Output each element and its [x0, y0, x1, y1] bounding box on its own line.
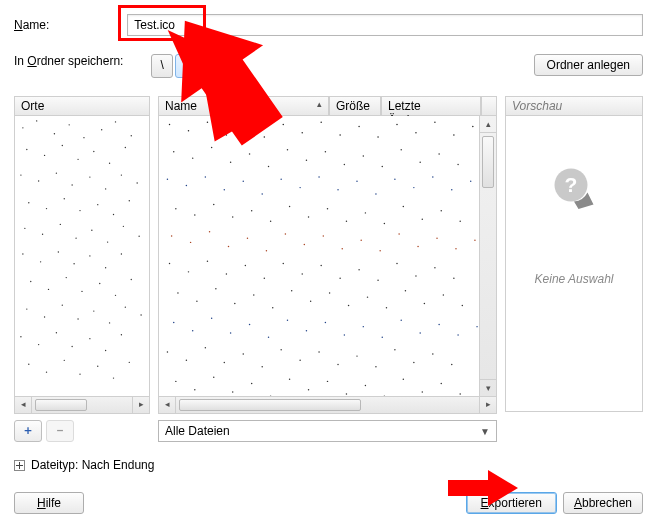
svg-point-168 — [339, 277, 340, 278]
svg-point-84 — [320, 122, 321, 123]
svg-point-158 — [474, 240, 475, 241]
path-segment-root[interactable]: \ — [151, 54, 172, 78]
svg-point-200 — [344, 334, 345, 335]
files-list[interactable]: ▴ ▾ — [158, 116, 497, 397]
svg-point-29 — [113, 214, 114, 215]
svg-point-47 — [48, 289, 49, 290]
file-filter-select[interactable]: Alle Dateien ▼ — [158, 420, 497, 442]
column-header-modified[interactable]: Letzte Änderung — [381, 96, 481, 116]
svg-point-220 — [394, 349, 395, 350]
svg-point-122 — [413, 187, 414, 188]
column-header-size[interactable]: Größe — [329, 96, 381, 116]
svg-point-169 — [358, 269, 359, 270]
svg-point-140 — [441, 210, 442, 211]
cancel-button[interactable]: Abbrechen — [563, 492, 643, 514]
preview-panel: Vorschau ? Keine Auswahl — [505, 96, 643, 442]
svg-point-111 — [205, 176, 206, 177]
svg-point-221 — [413, 362, 414, 363]
svg-point-21 — [105, 188, 106, 189]
path-segment-folder[interactable]: GIGA — [175, 54, 224, 78]
svg-point-152 — [360, 240, 361, 241]
svg-point-149 — [304, 244, 305, 245]
svg-point-120 — [375, 193, 376, 194]
svg-point-46 — [30, 281, 31, 282]
scroll-up-icon: ▴ — [480, 116, 496, 133]
svg-point-198 — [306, 330, 307, 331]
svg-point-132 — [289, 206, 290, 207]
svg-point-20 — [89, 176, 90, 177]
svg-point-211 — [224, 362, 225, 363]
svg-point-179 — [253, 294, 254, 295]
svg-point-107 — [438, 153, 439, 154]
svg-point-76 — [169, 124, 170, 125]
svg-point-34 — [75, 237, 76, 238]
svg-point-129 — [232, 216, 233, 217]
add-place-button[interactable]: ＋ — [14, 420, 42, 442]
svg-point-164 — [264, 277, 265, 278]
svg-point-219 — [375, 366, 376, 367]
svg-point-136 — [365, 212, 366, 213]
files-scrollbar-vertical[interactable]: ▴ ▾ — [479, 116, 496, 396]
svg-point-207 — [476, 326, 477, 327]
svg-point-156 — [436, 237, 437, 238]
places-list[interactable] — [14, 116, 150, 397]
svg-point-13 — [93, 151, 94, 152]
svg-point-202 — [382, 336, 383, 337]
svg-point-197 — [287, 320, 288, 321]
svg-point-170 — [377, 280, 378, 281]
svg-point-112 — [224, 189, 225, 190]
filetype-expander[interactable]: Dateityp: Nach Endung — [14, 458, 643, 472]
svg-point-117 — [318, 176, 319, 177]
svg-point-131 — [270, 221, 271, 222]
svg-point-11 — [62, 145, 63, 146]
name-label: Name: — [14, 18, 49, 32]
svg-point-24 — [28, 202, 29, 203]
svg-point-141 — [459, 221, 460, 222]
svg-point-39 — [22, 253, 23, 254]
svg-point-185 — [367, 296, 368, 297]
svg-point-68 — [28, 364, 29, 365]
svg-point-36 — [107, 241, 108, 242]
svg-point-151 — [342, 248, 343, 249]
places-scrollbar-horizontal[interactable]: ◂ ▸ — [14, 397, 150, 414]
svg-point-10 — [44, 155, 45, 156]
svg-point-16 — [20, 174, 21, 175]
scroll-left-icon: ◂ — [15, 397, 32, 413]
svg-point-3 — [54, 133, 55, 134]
svg-point-114 — [261, 193, 262, 194]
svg-point-138 — [403, 206, 404, 207]
svg-point-155 — [417, 246, 418, 247]
svg-point-196 — [268, 336, 269, 337]
svg-point-239 — [459, 393, 460, 394]
svg-point-57 — [93, 310, 94, 311]
svg-point-43 — [89, 255, 90, 256]
svg-point-218 — [356, 355, 357, 356]
filename-input[interactable] — [127, 14, 643, 36]
svg-point-189 — [443, 294, 444, 295]
svg-point-161 — [207, 261, 208, 262]
svg-point-210 — [205, 347, 206, 348]
files-scrollbar-horizontal[interactable]: ◂ ▸ — [158, 397, 497, 414]
svg-point-64 — [71, 346, 72, 347]
places-header[interactable]: Orte — [14, 96, 150, 116]
svg-point-1 — [22, 127, 23, 128]
svg-point-222 — [432, 353, 433, 354]
svg-point-194 — [230, 332, 231, 333]
svg-point-217 — [337, 364, 338, 365]
column-header-name[interactable]: Name — [158, 96, 329, 116]
svg-point-228 — [251, 383, 252, 384]
svg-point-188 — [424, 303, 425, 304]
svg-point-173 — [434, 267, 435, 268]
svg-point-72 — [97, 366, 98, 367]
svg-point-186 — [386, 307, 387, 308]
create-folder-button[interactable]: Ordner anlegen — [534, 54, 643, 76]
svg-point-183 — [329, 292, 330, 293]
svg-point-18 — [56, 172, 57, 173]
svg-point-157 — [455, 248, 456, 249]
svg-point-105 — [400, 149, 401, 150]
remove-place-button[interactable]: － — [46, 420, 74, 442]
help-button[interactable]: Hilfe — [14, 492, 84, 514]
svg-point-165 — [283, 263, 284, 264]
export-button[interactable]: Exportieren — [466, 492, 557, 514]
svg-point-123 — [432, 176, 433, 177]
